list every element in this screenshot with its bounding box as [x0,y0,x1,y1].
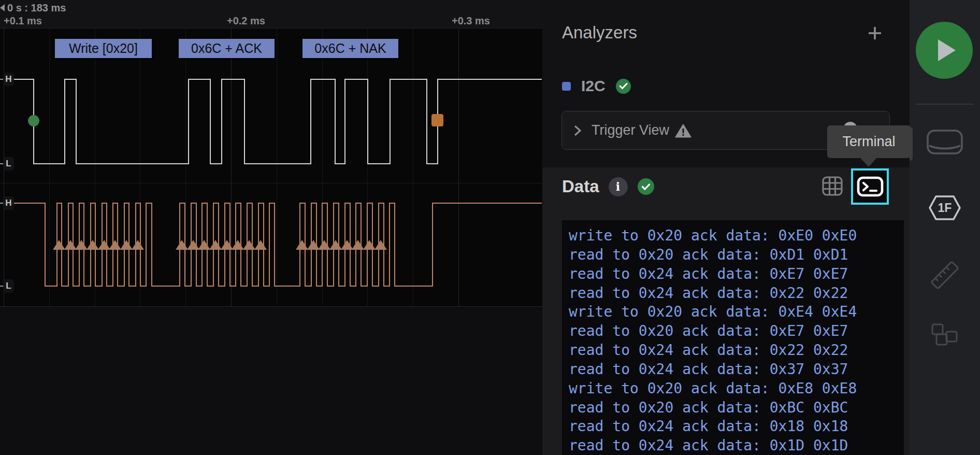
rise-edge-marker-icon [221,240,233,250]
info-icon[interactable]: i [609,177,628,196]
terminal-icon [857,176,884,197]
terminal-line: read to 0x20 ack data: 0xBC 0xBC [569,399,857,418]
device-settings-button[interactable] [925,129,964,155]
rise-edge-marker-icon [187,240,199,250]
rise-edge-marker-icon [374,240,387,250]
panel-title: Analyzers [562,23,637,42]
check-circle-icon [616,79,631,94]
rise-edge-marker-icon [75,240,88,250]
rise-edge-marker-icon [209,240,222,250]
rise-edge-marker-icon [198,240,210,250]
rise-edge-marker-icon [307,240,320,250]
level-label-chip: H [3,196,14,210]
waveform-canvas-area[interactable]: Write [0x20]0x6C + ACK0x6C + NAK HLHL [0,29,542,307]
rise-edge-marker-icon [132,240,144,250]
terminal-line: read to 0x24 ack data: 0x37 0x37 [569,360,857,379]
check-circle-icon [638,178,654,195]
layout-button[interactable] [931,323,958,347]
data-section-header: Data i [562,176,654,197]
i2c-start-marker-icon [28,115,39,126]
rise-edge-marker-icon [352,240,364,250]
i2c-stop-marker-icon [431,114,443,126]
range-label: 0 s : 183 ms [7,2,66,14]
terminal-view-button[interactable] [851,168,889,205]
timeline-ruler[interactable]: 0 s : 183 ms +0.1 ms+0.2 ms+0.3 ms [0,0,542,29]
terminal-line: read to 0x24 ack data: 0x22 0x22 [569,284,857,303]
grid-icon [822,176,843,196]
rise-edge-marker-icon [329,240,342,250]
measure-button[interactable] [929,260,960,290]
rise-edge-marker-icon [98,240,110,250]
terminal-line: read to 0x24 ack data: 0x18 0x18 [569,417,857,436]
ruler-icon [929,260,960,290]
protocol-annotation: 0x6C + ACK [179,39,275,58]
chevron-right-icon [573,125,582,136]
app-window: 0 s : 183 ms +0.1 ms+0.2 ms+0.3 ms Write… [0,0,980,455]
waveform-traces [0,29,542,307]
rise-edge-marker-icon [87,240,99,250]
rise-edge-marker-icon [64,240,77,250]
trace-channel-0-sda [0,79,542,164]
table-view-button[interactable] [822,176,843,196]
terminal-output[interactable]: write to 0x20 ack data: 0xE0 0xE0read to… [562,220,904,455]
terminal-line: read to 0x20 ack data: 0xD1 0xD1 [569,246,857,265]
rise-edge-marker-icon [318,240,330,250]
terminal-line: read to 0x24 ack data: 0x22 0x22 [569,341,857,360]
rise-edge-marker-icon [296,240,308,250]
waveform-region[interactable]: 0 s : 183 ms +0.1 ms+0.2 ms+0.3 ms Write… [0,0,542,455]
analyzer-color-swatch [562,82,571,91]
play-icon [938,39,956,61]
data-section: Data i write to 0x2 [542,167,910,455]
rise-edge-marker-icon [341,240,353,250]
level-label-chip: L [3,157,14,170]
terminal-line: write to 0x20 ack data: 0xE0 0xE0 [569,226,857,246]
rise-edge-marker-icon [109,240,121,250]
protocol-annotation: Write [0x20] [55,39,152,58]
analyzer-name: I2C [581,77,606,95]
rise-edge-marker-icon [243,240,255,250]
terminal-tooltip: Terminal [827,125,911,158]
plus-icon [867,25,883,41]
rise-edge-marker-icon [232,240,244,250]
rise-edge-marker-icon [254,240,267,250]
blocks-icon [931,323,958,347]
terminal-line: read to 0x24 ack data: 0xE7 0xE7 [569,265,857,284]
toolbar-divider [916,104,974,105]
device-icon [926,129,963,155]
terminal-lines: write to 0x20 ack data: 0xE0 0xE0read to… [569,226,857,455]
terminal-line: read to 0x20 ack data: 0xE7 0xE7 [569,322,857,341]
protocol-annotation: 0x6C + NAK [302,39,398,58]
timeline-range-marker: 0 s : 183 ms [0,2,66,13]
tooltip-text: Terminal [842,134,895,150]
add-analyzer-button[interactable] [863,22,886,45]
analyzers-panel: Analyzers I2C Trigger View [542,0,910,455]
terminal-line: write to 0x20 ack data: 0xE4 0xE4 [569,303,857,322]
range-caret-icon [0,4,5,11]
rise-edge-marker-icon [363,240,376,250]
warning-icon [675,124,691,138]
rise-edge-marker-icon [176,240,188,250]
terminal-line: write to 0x20 ack data: 0xE8 0xE8 [569,379,857,399]
data-title: Data [562,177,599,196]
capture-mode-label: 1F [928,196,961,220]
rise-edge-marker-icon [120,240,133,250]
capture-mode-button[interactable]: 1F [928,195,961,221]
timeline-tick-label: +0.1 ms [4,15,42,27]
analyzer-row-i2c[interactable]: I2C [562,76,631,96]
tooltip-caret [860,158,877,167]
timeline-tick-label: +0.3 ms [452,15,490,27]
start-capture-button[interactable] [916,22,973,79]
terminal-line: read to 0x24 ack data: 0x1D 0x1D [569,436,857,455]
level-label-chip: H [3,73,14,86]
rise-edge-marker-icon [53,240,65,250]
timeline-tick-label: +0.2 ms [227,15,265,27]
trigger-view-label: Trigger View [592,122,669,138]
capture-toolbar: 1F [910,0,980,455]
level-label-chip: L [3,279,14,293]
